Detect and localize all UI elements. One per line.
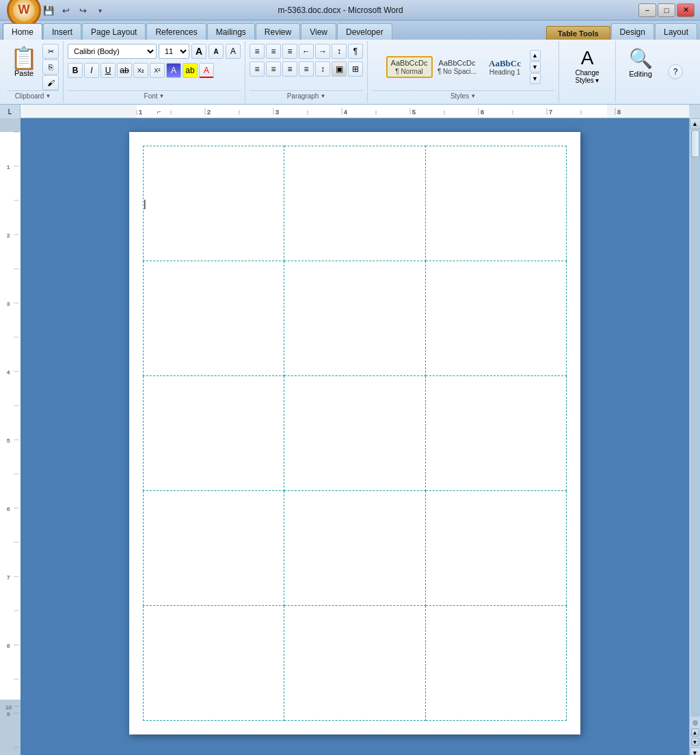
text-effects-button[interactable]: A	[166, 63, 181, 78]
tab-developer[interactable]: Developer	[337, 23, 392, 40]
line-spacing-button[interactable]: ↕	[315, 62, 330, 77]
font-size-select[interactable]: 11 89101214	[159, 44, 189, 59]
font-dialog-button[interactable]: ▼	[159, 93, 165, 99]
styles-scroll-down[interactable]: ▼	[530, 62, 541, 72]
save-button[interactable]: 💾	[41, 3, 56, 17]
font-group: Calibri (Body) 11 89101214 A A A B I U a…	[64, 41, 245, 103]
quick-access-dropdown[interactable]: ▾	[92, 3, 107, 17]
table-cell-4-2[interactable]	[284, 491, 425, 606]
borders-button[interactable]: ⊞	[348, 62, 363, 77]
document-page[interactable]	[129, 132, 580, 734]
align-left-button[interactable]: ≡	[250, 62, 265, 77]
ruler-corner-icon: L	[8, 108, 12, 116]
sort-button[interactable]: ↕	[332, 44, 347, 59]
table-cell-5-1[interactable]	[144, 606, 284, 721]
format-painter-button[interactable]: 🖌	[42, 75, 59, 90]
scroll-thumb[interactable]	[691, 130, 699, 157]
align-center-button[interactable]: ≡	[266, 62, 281, 77]
styles-scroll-up[interactable]: ▲	[530, 50, 541, 61]
table-cell-1-3[interactable]	[425, 146, 566, 261]
ruler-corner[interactable]: L	[0, 105, 21, 118]
font-name-select[interactable]: Calibri (Body)	[68, 44, 157, 59]
multilevel-list-button[interactable]: ≡	[282, 44, 297, 59]
numbering-button[interactable]: ≡	[266, 44, 281, 59]
ruler-container: L 1 2 3 4 5 6 7 8 ⌐	[0, 105, 700, 118]
subscript-button[interactable]: X₂	[133, 63, 148, 78]
title-bar: W 💾 ↩ ↪ ▾ m-5363.doc.docx - Microsoft Wo…	[0, 0, 700, 21]
table-cell-2-1[interactable]	[144, 261, 284, 376]
clear-formatting-button[interactable]: A	[226, 44, 241, 59]
decrease-indent-button[interactable]: ←	[299, 44, 314, 59]
table-row	[144, 606, 567, 721]
change-styles-button[interactable]: A ChangeStyles ▾	[563, 44, 611, 88]
table-cell-3-3[interactable]	[425, 376, 566, 491]
main-area: 1 2 3 4 5 6 7 8	[0, 118, 700, 755]
paragraph-dialog-button[interactable]: ▼	[320, 93, 325, 99]
redo-button[interactable]: ↪	[75, 3, 90, 17]
underline-button[interactable]: U	[100, 63, 116, 78]
table-cell-5-3[interactable]	[425, 606, 566, 721]
copy-button[interactable]: ⎘	[42, 59, 59, 75]
justify-button[interactable]: ≡	[299, 62, 314, 77]
svg-text:3: 3	[7, 301, 10, 307]
table-cell-5-2[interactable]	[284, 606, 425, 721]
tab-design[interactable]: Design	[611, 23, 654, 40]
font-color-button[interactable]: A	[199, 63, 214, 78]
style-heading1[interactable]: AaBbCc Heading 1	[482, 56, 528, 79]
style-normal[interactable]: AaBbCcDc ¶ Normal	[386, 56, 433, 78]
bold-button[interactable]: B	[68, 63, 83, 78]
table-cell-4-3[interactable]	[425, 491, 566, 606]
table-cell-1-2[interactable]	[284, 146, 425, 261]
ruler-markings: 1 2 3 4 5 6 7 8 ⌐	[21, 105, 689, 118]
tab-mailings[interactable]: Mailings	[207, 23, 255, 40]
table-cell-2-3[interactable]	[425, 261, 566, 376]
scroll-up-button[interactable]: ▲	[690, 118, 701, 129]
table-cell-4-1[interactable]	[144, 491, 284, 606]
styles-dialog-button[interactable]: ▼	[470, 93, 476, 99]
svg-text:2: 2	[7, 233, 10, 239]
minimize-button[interactable]: −	[638, 3, 656, 17]
paste-button[interactable]: 📋 Paste	[7, 44, 41, 81]
editing-button[interactable]: 🔍 Editing	[620, 44, 661, 81]
prev-page-button[interactable]: ▲	[691, 728, 699, 737]
tab-home[interactable]: Home	[3, 23, 42, 40]
help-button[interactable]: ?	[668, 64, 683, 79]
tab-insert[interactable]: Insert	[43, 23, 81, 40]
tab-references[interactable]: References	[146, 23, 206, 40]
scroll-track[interactable]	[690, 130, 700, 717]
align-right-button[interactable]: ≡	[282, 62, 297, 77]
strikethrough-button[interactable]: ab	[117, 63, 132, 78]
svg-text:5: 5	[412, 109, 416, 116]
italic-button[interactable]: I	[84, 63, 99, 78]
table-cell-3-2[interactable]	[284, 376, 425, 491]
tab-layout[interactable]: Layout	[655, 23, 697, 40]
table-cell-3-1[interactable]	[144, 376, 284, 491]
editing-label: Editing	[629, 70, 652, 78]
undo-button[interactable]: ↩	[58, 3, 73, 17]
close-button[interactable]: ✕	[677, 3, 695, 17]
font-shrink-button[interactable]: A	[208, 44, 224, 59]
tab-page-layout[interactable]: Page Layout	[82, 23, 146, 40]
svg-text:2: 2	[207, 109, 211, 116]
document-table[interactable]	[143, 146, 567, 721]
styles-more[interactable]: ▼	[530, 73, 541, 84]
highlight-color-button[interactable]: ab	[183, 63, 198, 78]
cut-button[interactable]: ✂	[42, 44, 59, 59]
tab-view[interactable]: View	[301, 23, 336, 40]
scroll-down-button[interactable]: ▼	[690, 747, 701, 755]
tab-review[interactable]: Review	[256, 23, 300, 40]
show-hide-button[interactable]: ¶	[348, 44, 363, 59]
increase-indent-button[interactable]: →	[315, 44, 330, 59]
ribbon-tab-bar: Home Insert Page Layout References Maili…	[0, 21, 700, 40]
style-no-spacing[interactable]: AaBbCcDc ¶ No Spaci...	[434, 57, 481, 77]
font-grow-button[interactable]: A	[191, 44, 206, 59]
superscript-button[interactable]: X²	[150, 63, 165, 78]
shading-button[interactable]: ▣	[332, 62, 347, 77]
next-page-button[interactable]: ▼	[691, 738, 699, 746]
maximize-button[interactable]: □	[658, 3, 675, 17]
bullets-button[interactable]: ≡	[250, 44, 265, 59]
document-area[interactable]	[21, 118, 689, 755]
clipboard-dialog-button[interactable]: ▼	[45, 93, 51, 99]
table-cell-1-1[interactable]	[144, 146, 284, 261]
table-cell-2-2[interactable]	[284, 261, 425, 376]
